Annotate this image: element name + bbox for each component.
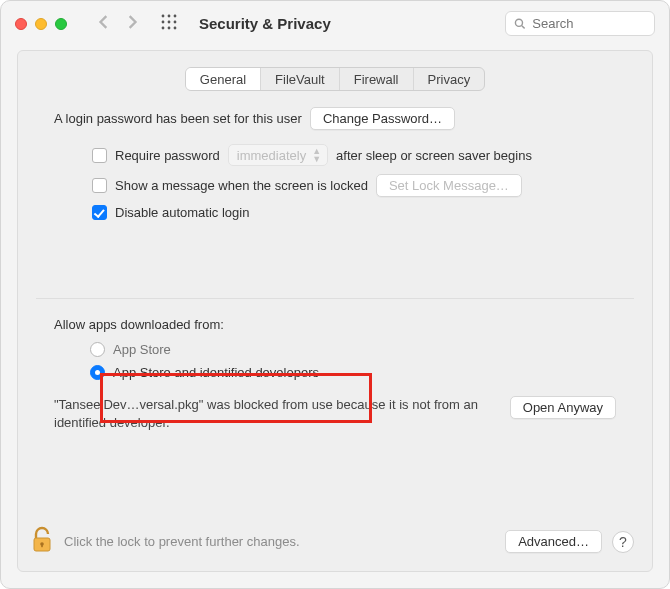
svg-point-0 bbox=[162, 15, 165, 18]
show-message-label: Show a message when the screen is locked bbox=[115, 178, 368, 193]
svg-point-9 bbox=[515, 19, 522, 26]
search-input[interactable] bbox=[530, 15, 646, 32]
titlebar: Security & Privacy bbox=[1, 1, 669, 44]
change-password-button[interactable]: Change Password… bbox=[310, 107, 455, 130]
window-title: Security & Privacy bbox=[199, 15, 331, 32]
svg-point-8 bbox=[174, 27, 177, 30]
set-lock-message-button: Set Lock Message… bbox=[376, 174, 522, 197]
require-password-checkbox[interactable] bbox=[92, 148, 107, 163]
show-all-icon[interactable] bbox=[161, 14, 177, 33]
svg-point-7 bbox=[168, 27, 171, 30]
content-pane: General FileVault Firewall Privacy A log… bbox=[17, 50, 653, 572]
allow-app-store-dev-radio[interactable] bbox=[90, 365, 105, 380]
allow-app-store-radio[interactable] bbox=[90, 342, 105, 357]
advanced-button[interactable]: Advanced… bbox=[505, 530, 602, 553]
blocked-app-message: "TanseeiDev…versal.pkg" was blocked from… bbox=[54, 396, 500, 432]
section-divider bbox=[36, 298, 634, 299]
search-icon bbox=[514, 17, 525, 30]
search-field[interactable] bbox=[505, 11, 655, 36]
chevron-updown-icon: ▲▼ bbox=[312, 147, 321, 163]
show-message-checkbox[interactable] bbox=[92, 178, 107, 193]
svg-point-3 bbox=[162, 21, 165, 24]
close-window-button[interactable] bbox=[15, 18, 27, 30]
nav-arrows bbox=[97, 15, 139, 32]
tab-firewall[interactable]: Firewall bbox=[340, 68, 414, 90]
svg-point-1 bbox=[168, 15, 171, 18]
svg-point-2 bbox=[174, 15, 177, 18]
disable-auto-login-label: Disable automatic login bbox=[115, 205, 249, 220]
svg-point-6 bbox=[162, 27, 165, 30]
footer: Click the lock to prevent further change… bbox=[18, 514, 652, 571]
svg-point-4 bbox=[168, 21, 171, 24]
minimize-window-button[interactable] bbox=[35, 18, 47, 30]
require-password-delay-dropdown[interactable]: immediately ▲▼ bbox=[228, 144, 328, 166]
tab-filevault[interactable]: FileVault bbox=[261, 68, 340, 90]
open-anyway-button[interactable]: Open Anyway bbox=[510, 396, 616, 419]
svg-point-5 bbox=[174, 21, 177, 24]
lock-help-text: Click the lock to prevent further change… bbox=[64, 534, 495, 549]
disable-auto-login-checkbox[interactable] bbox=[92, 205, 107, 220]
zoom-window-button[interactable] bbox=[55, 18, 67, 30]
tab-general[interactable]: General bbox=[186, 68, 261, 90]
password-status-text: A login password has been set for this u… bbox=[54, 111, 302, 126]
allow-app-store-dev-label: App Store and identified developers bbox=[113, 365, 319, 380]
tab-privacy[interactable]: Privacy bbox=[414, 68, 485, 90]
allow-apps-heading: Allow apps downloaded from: bbox=[54, 317, 616, 332]
forward-button[interactable] bbox=[125, 15, 139, 32]
back-button[interactable] bbox=[97, 15, 111, 32]
after-sleep-text: after sleep or screen saver begins bbox=[336, 148, 532, 163]
require-password-label: Require password bbox=[115, 148, 220, 163]
window-controls bbox=[15, 18, 67, 30]
preferences-window: Security & Privacy General FileVault Fir… bbox=[0, 0, 670, 589]
tab-bar: General FileVault Firewall Privacy bbox=[18, 67, 652, 91]
lock-icon[interactable] bbox=[30, 526, 54, 557]
help-button[interactable]: ? bbox=[612, 531, 634, 553]
allow-app-store-label: App Store bbox=[113, 342, 171, 357]
svg-rect-12 bbox=[41, 544, 43, 547]
require-password-delay-value: immediately bbox=[237, 148, 306, 163]
